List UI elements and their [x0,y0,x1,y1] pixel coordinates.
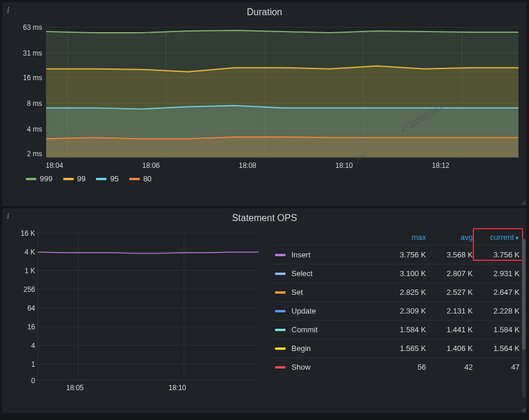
sort-caret-desc-icon: ▼ [514,235,520,241]
table-header: max avg current▼ [273,229,522,245]
series-swatch [275,366,286,369]
ytick: 16 K [12,229,35,237]
cell-max: 3.100 K [379,269,426,278]
cell-avg: 1.406 K [426,344,473,353]
column-header-current[interactable]: current▼ [473,233,520,242]
ytick: 16 [12,323,35,331]
cell-max: 2.309 K [379,307,426,315]
swatch [96,178,107,180]
xtick: 18:10 [169,384,186,392]
cell-avg: 42 [426,363,473,371]
ytick: 4 K [12,248,35,256]
ytick: 0 [12,377,35,385]
table-row[interactable]: Update2.309 K2.131 K2.228 K [273,301,522,320]
series-swatch [275,273,286,275]
series-name: Show [291,363,379,371]
resize-handle[interactable] [520,406,525,412]
xtick: 18:08 [239,161,256,170]
chart-plot-area[interactable] [37,233,259,380]
ytick: 63 ms [13,23,42,32]
cell-current: 1.584 K [473,325,520,334]
info-icon[interactable]: i [7,6,9,15]
ytick: 1 K [12,267,35,275]
swatch [63,178,74,180]
statement-ops-table: max avg current▼ Insert3.756 K3.568 K3.7… [262,226,527,402]
cell-max: 2.825 K [379,288,426,297]
cell-max: 1.565 K [379,344,426,353]
series-name: Begin [291,344,379,353]
duration-legend: 999 99 95 80 [2,168,527,183]
legend-item-99[interactable]: 99 [63,174,85,183]
table-row[interactable]: Show564247 [273,357,522,376]
table-row[interactable]: Insert3.756 K3.568 K3.756 K [273,245,522,264]
scrollbar[interactable] [522,239,525,398]
series-swatch [275,329,286,331]
cell-max: 3.756 K [379,250,426,259]
info-icon[interactable]: i [7,212,9,221]
cell-current: 2.647 K [473,288,520,297]
cell-max: 1.584 K [379,325,426,334]
cell-avg: 3.568 K [426,250,473,259]
xtick: 18:04 [46,161,63,170]
cell-current: 1.564 K [473,344,520,353]
column-header-avg[interactable]: avg [426,233,473,242]
column-header-max[interactable]: max [379,233,426,242]
cell-avg: 2.131 K [426,307,473,315]
legend-label: 99 [77,174,85,183]
cell-avg: 1.441 K [426,325,473,334]
ytick: 4 [12,342,35,350]
legend-item-95[interactable]: 95 [96,174,118,183]
panel-title: Duration [2,2,527,20]
xtick: 18:12 [432,161,449,170]
ytick: 16 ms [13,74,42,82]
xtick: 18:10 [335,161,353,170]
cell-current: 47 [473,363,520,371]
xtick: 18:06 [142,161,160,170]
xtick: 18:05 [66,384,84,392]
ytick: 4 ms [13,125,42,133]
cell-current: 3.756 K [473,250,520,259]
series-swatch [275,291,286,294]
ytick: 256 [12,285,35,294]
legend-item-999[interactable]: 999 [26,174,53,183]
legend-item-80[interactable]: 80 [129,174,152,183]
series-name: Commit [291,325,379,334]
ytick: 1 [12,360,35,369]
cell-current: 2.228 K [473,307,520,315]
cell-current: 2.931 K [473,269,520,278]
duration-chart[interactable]: 63 ms 31 ms 16 ms 8 ms 4 ms 2 ms [11,23,518,168]
series-name: Set [291,288,379,297]
cell-avg: 2.807 K [426,269,473,278]
statement-ops-chart[interactable]: 16 K 4 K 1 K 256 64 16 4 1 0 [11,229,262,402]
table-row[interactable]: Commit1.584 K1.441 K1.584 K [273,320,522,339]
resize-handle[interactable] [520,199,525,205]
cell-max: 56 [379,363,426,371]
ytick: 8 ms [13,99,42,108]
series-name: Insert [291,250,379,259]
series-swatch [275,310,286,312]
chart-plot-area[interactable]: AT10357-DLP jinx [46,27,518,158]
legend-label: 80 [143,174,152,183]
series-swatch [275,254,286,256]
swatch [26,178,36,180]
statement-ops-panel: i Statement OPS 16 K 4 K 1 K 256 64 16 4… [2,208,527,413]
table-row[interactable]: Set2.825 K2.527 K2.647 K [273,283,522,301]
duration-panel: i Duration 63 ms 31 ms 16 ms 8 ms 4 ms 2… [2,2,527,206]
ytick: 31 ms [13,49,42,57]
cell-avg: 2.527 K [426,288,473,297]
swatch [129,178,140,180]
series-name: Update [291,307,379,315]
ytick: 2 ms [13,150,42,158]
series-swatch [275,347,286,350]
series-name: Select [291,269,379,278]
scrollbar-thumb[interactable] [522,239,525,350]
ytick: 64 [12,304,35,312]
table-row[interactable]: Select3.100 K2.807 K2.931 K [273,264,522,283]
table-row[interactable]: Begin1.565 K1.406 K1.564 K [273,339,522,357]
panel-title: Statement OPS [2,208,527,226]
legend-label: 999 [40,174,53,183]
legend-label: 95 [110,174,118,183]
